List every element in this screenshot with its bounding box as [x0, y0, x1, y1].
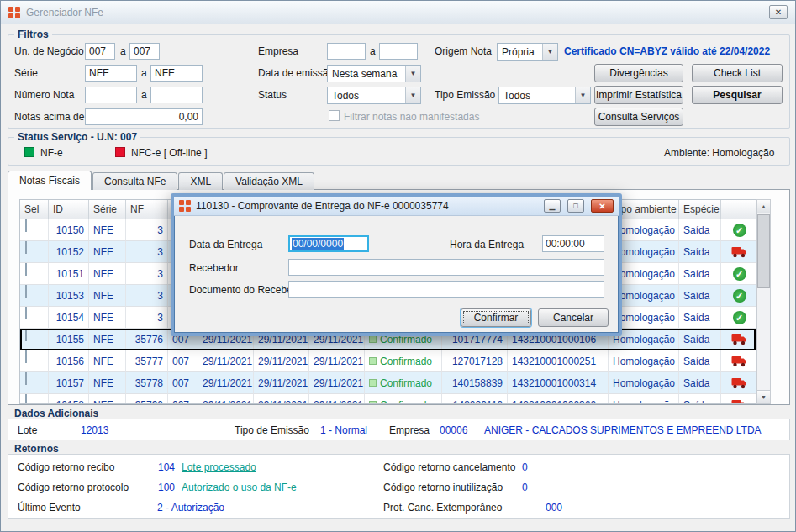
- serie-cell: NFE: [89, 372, 126, 394]
- dialog-minimize-button[interactable]: ▁: [544, 199, 561, 213]
- empresa-from-input[interactable]: [327, 43, 366, 60]
- row-checkbox[interactable]: [25, 394, 27, 404]
- data-entrada-cell: 29/11/2021: [254, 372, 309, 394]
- tab-validacao-xml[interactable]: Validação XML: [224, 172, 314, 190]
- recebedor-input[interactable]: [288, 259, 604, 276]
- grid-scrollbar[interactable]: ▲ ▼: [756, 199, 771, 404]
- icon-cell: ✓: [721, 307, 756, 329]
- tab-consulta-nfe[interactable]: Consulta NFe: [92, 172, 177, 190]
- col-serie[interactable]: Série: [89, 200, 126, 219]
- id-cell: 10152: [49, 241, 89, 263]
- data-entrada-cell: 29/11/2021: [254, 350, 309, 372]
- status-select[interactable]: Todos ▼: [327, 87, 421, 104]
- tipo-emissao-detail-value: 1 - Normal: [320, 424, 367, 436]
- check-list-button[interactable]: Check List: [692, 64, 783, 82]
- ultimo-evento-label: Último Evento: [18, 502, 81, 514]
- data-entrega-input[interactable]: 00/00/0000: [288, 235, 369, 252]
- sel-cell: [20, 372, 49, 394]
- empresa-to-input[interactable]: [379, 43, 418, 60]
- status-cell: Confirmado: [365, 394, 442, 404]
- especie-cell: Saída: [679, 285, 721, 307]
- serie-a-label: a: [141, 67, 147, 79]
- table-row[interactable]: 10158 NFE 35790 007 29/11/2021 29/11/202…: [20, 394, 756, 404]
- row-checkbox[interactable]: [25, 329, 27, 341]
- id-cell: 10151: [49, 263, 89, 285]
- authorized-check-icon: ✓: [733, 224, 746, 237]
- un-cell: 007: [168, 350, 198, 372]
- un-negocio-from-input[interactable]: 007: [85, 43, 115, 60]
- status-filter-label: Status: [258, 89, 287, 101]
- table-row[interactable]: 10156 NFE 35777 007 29/11/2021 29/11/202…: [20, 350, 756, 372]
- imprimir-estatistica-button[interactable]: Imprimir Estatística: [594, 86, 683, 104]
- serie-label: Série: [14, 67, 38, 79]
- nf-cell: 3: [126, 307, 168, 329]
- col-sel[interactable]: Sel: [20, 200, 49, 219]
- id-cell: 10155: [49, 329, 89, 350]
- cancelar-button[interactable]: Cancelar: [538, 308, 609, 327]
- origem-nota-label: Origem Nota: [435, 45, 492, 57]
- tipo-emissao-select[interactable]: Todos ▼: [498, 87, 591, 104]
- origem-nota-select[interactable]: Própria ▼: [497, 43, 558, 61]
- autorizado-uso-link[interactable]: Autorizado o uso da NF-e: [182, 482, 297, 493]
- icon-cell: ✓: [721, 263, 756, 285]
- consulta-servicos-button[interactable]: Consulta Serviços: [594, 108, 683, 126]
- hora-entrega-input[interactable]: 00:00:00: [542, 235, 604, 252]
- scroll-down-icon[interactable]: ▼: [757, 390, 770, 403]
- lote-processado-link[interactable]: Lote processado: [182, 461, 256, 473]
- numero-nota-from-input[interactable]: [85, 87, 137, 103]
- protocolo-label: Código retorno protocolo: [18, 482, 129, 493]
- scroll-thumb[interactable]: [757, 214, 770, 288]
- nfce-status-label: NFC-e [ Off-line ]: [131, 147, 207, 159]
- row-checkbox[interactable]: [25, 285, 27, 298]
- sel-cell: [20, 241, 49, 263]
- row-checkbox[interactable]: [25, 350, 27, 363]
- notas-acima-input[interactable]: 0,00: [85, 108, 203, 125]
- comprovante-entrega-dialog: 110130 - Comprovante de Entrega do NF-e …: [171, 193, 622, 336]
- table-row[interactable]: 10157 NFE 35778 007 29/11/2021 29/11/202…: [20, 372, 756, 394]
- row-checkbox[interactable]: [25, 263, 27, 276]
- data-autorizacao-cell: 29/11/2021: [309, 372, 365, 394]
- icon-cell: ✓: [721, 372, 756, 394]
- confirmar-button[interactable]: Confirmar: [461, 308, 531, 327]
- serie-cell: NFE: [89, 263, 126, 285]
- window-titlebar: Gerenciador NFe ✕: [1, 1, 795, 24]
- numero-nota-to-input[interactable]: [150, 87, 203, 103]
- un-cell: 007: [168, 394, 198, 404]
- row-checkbox[interactable]: [25, 372, 27, 385]
- dialog-title: 110130 - Comprovante de Entrega do NF-e …: [196, 200, 537, 212]
- data-emissao-cell: 29/11/2021: [198, 350, 254, 372]
- status-text: Confirmado: [380, 399, 432, 405]
- chevron-down-icon: ▼: [542, 44, 557, 60]
- authorized-check-icon: ✓: [733, 267, 746, 281]
- window-close-button[interactable]: ✕: [769, 5, 788, 19]
- serie-to-input[interactable]: NFE: [150, 65, 203, 82]
- col-nf[interactable]: NF: [126, 200, 168, 219]
- data-emissao-select[interactable]: Nesta semana ▼: [327, 65, 421, 82]
- pesquisar-button[interactable]: Pesquisar: [692, 86, 783, 104]
- row-checkbox[interactable]: [25, 219, 27, 232]
- dialog-maximize-button[interactable]: □: [567, 199, 584, 213]
- col-especie[interactable]: Espécie: [679, 200, 721, 219]
- divergencias-button[interactable]: Divergências: [594, 64, 683, 82]
- especie-cell: Saída: [679, 394, 721, 404]
- col-id[interactable]: ID: [49, 200, 89, 219]
- row-checkbox[interactable]: [25, 241, 27, 254]
- tipo-ambiente-cell: Homologação: [609, 394, 679, 404]
- dialog-close-button[interactable]: ✕: [591, 199, 614, 213]
- row-checkbox[interactable]: [25, 307, 27, 319]
- tab-xml[interactable]: XML: [178, 172, 223, 190]
- retornos-panel: Código retorno recibo 104 Lote processad…: [8, 454, 790, 519]
- scroll-up-icon[interactable]: ▲: [757, 200, 770, 213]
- serie-cell: NFE: [89, 285, 126, 307]
- serie-from-input[interactable]: NFE: [85, 65, 137, 82]
- id-cell: 10153: [49, 285, 89, 307]
- sel-cell: [20, 219, 49, 241]
- nf-cell: 35778: [126, 372, 168, 394]
- nf-cell: 3: [126, 285, 168, 307]
- documento-recebedor-input[interactable]: [288, 281, 604, 298]
- empresa-name-value: ANIGER - CALCADOS SUPRIMENTOS E EMPREEND…: [484, 424, 762, 436]
- tab-bar: Notas Fiscais Consulta NFe XML Validação…: [8, 171, 315, 190]
- un-negocio-a-label: a: [120, 45, 126, 57]
- un-negocio-to-input[interactable]: 007: [129, 43, 160, 60]
- tab-notas-fiscais[interactable]: Notas Fiscais: [8, 171, 92, 190]
